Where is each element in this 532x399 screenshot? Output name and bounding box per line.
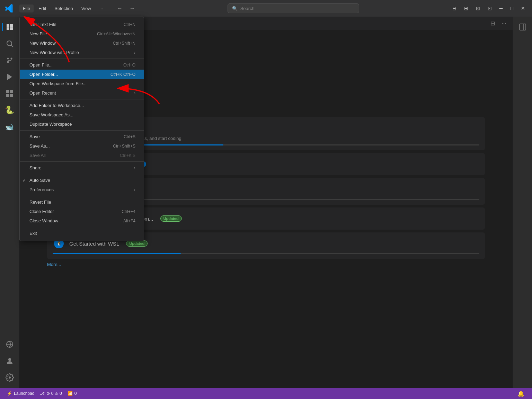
file-dropdown-menu: New Text File Ctrl+N New File... Ctrl+Al… [19,17,144,241]
layout-button-2[interactable]: ⊞ [461,4,471,12]
layout-button-1[interactable]: ⊟ [450,4,459,12]
menu-auto-save[interactable]: ✓ Auto Save [20,176,144,185]
titlebar-left: File Edit Selection View ··· ← → [4,3,137,14]
menu-open-file[interactable]: Open File... Ctrl+O [20,60,144,70]
svg-rect-9 [10,94,13,97]
menu-new-window-profile-label: New Window with Profile [29,50,79,55]
activity-icon-settings[interactable] [2,370,17,385]
search-icon: 🔍 [232,6,238,11]
activity-icon-explorer[interactable] [2,19,17,35]
svg-rect-8 [6,94,9,97]
menu-close-editor[interactable]: Close Editor Ctrl+F4 [20,207,144,216]
menu-close-window[interactable]: Close Window Alt+F4 [20,216,144,225]
status-git[interactable]: ⎇ ⊘ 0 ⚠ 0 [37,388,64,399]
git-icon: ⎇ [40,391,45,396]
menu-save-workspace-label: Save Workspace As... [29,112,73,117]
activity-icon-search[interactable] [2,36,17,51]
layout-button-4[interactable]: ⊡ [485,4,495,12]
menu-close-window-shortcut: Alt+F4 [123,219,135,223]
search-bar[interactable]: 🔍 Search [228,3,359,13]
menu-close-editor-label: Close Editor [29,209,54,214]
menu-open-folder-label: Open Folder... [29,72,58,77]
menu-close-editor-shortcut: Ctrl+F4 [122,209,135,214]
menu-open-workspace[interactable]: Open Workspace from File... [20,79,144,88]
file-menu-item[interactable]: File [19,5,34,12]
menu-duplicate-workspace-label: Duplicate Workspace [29,122,72,127]
menu-preferences[interactable]: Preferences › [20,185,144,194]
menu-duplicate-workspace[interactable]: Duplicate Workspace [20,119,144,129]
svg-point-12 [8,358,11,361]
preferences-arrow-icon: › [134,187,135,192]
menu-bar: File Edit Selection View ··· [19,5,107,12]
svg-point-2 [7,58,9,60]
menu-new-file[interactable]: New File... Ctrl+Alt+Windows+N [20,29,144,38]
activity-icon-docker[interactable]: 🐋 [2,119,17,134]
menu-new-window-shortcut: Ctrl+Shift+N [113,41,135,46]
menu-exit[interactable]: Exit [20,229,144,238]
menu-add-folder[interactable]: Add Folder to Workspace... [20,101,144,110]
menu-new-text-file[interactable]: New Text File Ctrl+N [20,20,144,29]
menu-new-window-label: New Window [29,41,56,46]
menu-save-workspace[interactable]: Save Workspace As... [20,110,144,119]
wsl-updated-badge: Updated [126,240,148,247]
selection-menu-item[interactable]: Selection [51,5,76,12]
menu-open-recent[interactable]: Open Recent › [20,88,144,98]
edit-menu-item[interactable]: Edit [35,5,50,12]
activity-icon-python[interactable]: 🐍 [2,103,17,118]
menu-save-label: Save [29,134,40,139]
git-errors: ⊘ 0 ⚠ 0 [46,391,62,396]
activity-icon-extensions[interactable] [2,86,17,101]
svg-line-1 [11,45,13,47]
menu-open-folder-shortcut: Ctrl+K Ctrl+O [110,72,135,77]
nav-buttons: ← → [115,4,137,13]
activity-icon-source-control[interactable] [2,53,17,68]
svg-point-3 [7,61,9,63]
notification-bell[interactable]: 🔔 [514,390,528,397]
menu-new-window[interactable]: New Window Ctrl+Shift+N [20,38,144,48]
split-editor-button[interactable]: ⊟ [488,19,497,28]
menu-open-folder[interactable]: Open Folder... Ctrl+K Ctrl+O [20,70,144,79]
menu-save-shortcut: Ctrl+S [124,134,135,139]
menu-group-autosave: ✓ Auto Save Preferences › [20,174,144,196]
activity-icon-remote[interactable] [2,337,17,352]
walkthrough-wsl-progress-fill [53,253,181,254]
status-remote[interactable]: 📶 0 [65,388,80,399]
minimize-button[interactable]: ─ [497,4,506,12]
menu-share[interactable]: Share › [20,163,144,172]
share-arrow-icon: › [134,166,135,170]
more-actions-button[interactable]: ··· [500,19,508,28]
menu-group-workspace: Add Folder to Workspace... Save Workspac… [20,99,144,131]
nav-back-button[interactable]: ← [115,4,125,13]
layout-button-3[interactable]: ⊠ [473,4,483,12]
view-menu-item[interactable]: View [78,5,95,12]
activity-icon-run[interactable] [2,69,17,85]
nav-forward-button[interactable]: → [127,4,137,13]
more-menu-item[interactable]: ··· [96,5,107,12]
status-bar: ⚡ Launchpad ⎇ ⊘ 0 ⚠ 0 📶 0 🔔 [0,388,532,399]
svg-rect-16 [520,24,526,30]
close-button[interactable]: ✕ [518,4,528,12]
menu-exit-label: Exit [29,231,37,236]
menu-save-as-shortcut: Ctrl+Shift+S [113,144,135,149]
menu-save[interactable]: Save Ctrl+S [20,132,144,141]
status-launchpad[interactable]: ⚡ Launchpad [4,388,37,399]
menu-group-share: Share › [20,162,144,174]
right-panel-button[interactable] [515,19,530,35]
svg-point-0 [7,41,12,46]
menu-open-file-shortcut: Ctrl+O [123,63,135,68]
auto-save-check-icon: ✓ [23,178,26,183]
svg-rect-7 [10,90,13,93]
more-walkthroughs-link[interactable]: More... [47,262,485,267]
activity-icon-account[interactable] [2,353,17,369]
menu-revert-file[interactable]: Revert File [20,197,144,207]
maximize-button[interactable]: □ [508,4,516,12]
menu-new-window-profile[interactable]: New Window with Profile › [20,48,144,57]
menu-group-new: New Text File Ctrl+N New File... Ctrl+Al… [20,18,144,59]
menu-group-close: Revert File Close Editor Ctrl+F4 Close W… [20,196,144,227]
launchpad-label: Launchpad [14,391,34,396]
titlebar-right: ⊟ ⊞ ⊠ ⊡ ─ □ ✕ [450,4,528,12]
menu-save-all: Save All Ctrl+K S [20,151,144,160]
svg-point-4 [10,58,12,60]
menu-new-file-shortcut: Ctrl+Alt+Windows+N [97,32,135,36]
menu-save-as[interactable]: Save As... Ctrl+Shift+S [20,141,144,151]
